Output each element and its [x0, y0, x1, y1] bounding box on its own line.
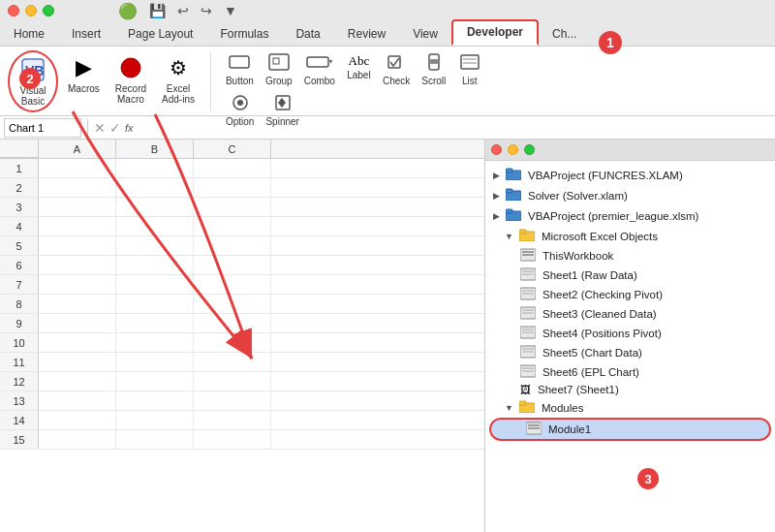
cell-c9[interactable] [194, 314, 271, 332]
table-row[interactable]: 1 [0, 159, 484, 178]
table-row[interactable]: 13 [0, 391, 484, 411]
list-item[interactable]: Sheet2 (Checking Pivot) [485, 285, 775, 304]
cell-c6[interactable] [194, 256, 271, 274]
tab-home[interactable]: Home [0, 23, 58, 46]
list-item[interactable]: ▼ Modules [485, 397, 775, 418]
cell-c7[interactable] [194, 275, 271, 294]
cell-b6[interactable] [116, 256, 194, 274]
cell-a2[interactable] [39, 178, 116, 197]
combo-control[interactable]: Combo [299, 50, 340, 89]
cell-c13[interactable] [194, 391, 271, 410]
tab-view[interactable]: View [399, 23, 451, 46]
cell-b12[interactable] [116, 372, 194, 391]
cell-c3[interactable] [194, 198, 271, 216]
cell-c12[interactable] [194, 372, 271, 391]
cell-b10[interactable] [116, 333, 194, 352]
table-row[interactable]: 12 [0, 372, 484, 391]
macros-button[interactable]: ▶ Macros [62, 50, 106, 98]
cell-a4[interactable] [39, 217, 116, 235]
minimize-button[interactable] [25, 5, 37, 16]
scroll-control[interactable]: Scroll [417, 50, 450, 89]
cell-a1[interactable] [39, 159, 116, 177]
list-item[interactable]: 🖼Sheet7 (Sheet1) [485, 382, 775, 397]
table-row[interactable]: 9 [0, 314, 484, 333]
cell-a10[interactable] [39, 333, 116, 352]
insert-function-icon[interactable]: fx [125, 122, 134, 134]
cell-c2[interactable] [194, 178, 271, 197]
tab-page-layout[interactable]: Page Layout [114, 23, 206, 46]
cell-c14[interactable] [194, 411, 271, 429]
cell-b14[interactable] [116, 411, 194, 429]
cell-a5[interactable] [39, 236, 116, 255]
table-row[interactable]: 10 [0, 333, 484, 353]
cell-c10[interactable] [194, 333, 271, 352]
excel-addins-button[interactable]: ⚙ ExcelAdd-ins [156, 50, 201, 109]
cell-b11[interactable] [116, 353, 194, 371]
vba-minimize-button[interactable] [508, 144, 518, 155]
cell-b15[interactable] [116, 430, 194, 449]
cell-b9[interactable] [116, 314, 194, 332]
list-item[interactable]: ▶ VBAProject (premier_league.xlsm) [485, 205, 775, 226]
table-row[interactable]: 14 [0, 411, 484, 430]
tab-review[interactable]: Review [334, 23, 399, 46]
list-control[interactable]: List [452, 50, 486, 89]
cell-a8[interactable] [39, 295, 116, 313]
save-icon[interactable]: 💾 [149, 3, 166, 18]
check-control[interactable]: Check [378, 50, 415, 89]
cell-a13[interactable] [39, 391, 116, 410]
label-control[interactable]: Abc Label [342, 50, 376, 89]
table-row[interactable]: 5 [0, 236, 484, 256]
table-row[interactable]: 11 [0, 353, 484, 372]
cell-a9[interactable] [39, 314, 116, 332]
tab-data[interactable]: Data [282, 23, 333, 46]
cell-a7[interactable] [39, 275, 116, 294]
list-item[interactable]: ThisWorkbook [485, 246, 775, 266]
close-button[interactable] [8, 5, 19, 16]
cell-a6[interactable] [39, 256, 116, 274]
cell-b7[interactable] [116, 275, 194, 294]
maximize-button[interactable] [43, 5, 54, 16]
list-item[interactable]: Module1 [489, 418, 771, 441]
cell-b8[interactable] [116, 295, 194, 313]
cell-c4[interactable] [194, 217, 271, 235]
cell-b13[interactable] [116, 391, 194, 410]
tab-developer[interactable]: Developer [451, 19, 539, 46]
tab-insert[interactable]: Insert [58, 23, 114, 46]
cancel-formula-icon[interactable]: ✕ [94, 120, 106, 136]
list-item[interactable]: Sheet5 (Chart Data) [485, 343, 775, 362]
table-row[interactable]: 3 [0, 198, 484, 217]
cell-a11[interactable] [39, 353, 116, 371]
list-item[interactable]: Sheet3 (Cleaned Data) [485, 304, 775, 324]
list-item[interactable]: Sheet4 (Positions Pivot) [485, 324, 775, 343]
list-item[interactable]: Sheet1 (Raw Data) [485, 266, 775, 285]
confirm-formula-icon[interactable]: ✓ [109, 120, 121, 136]
undo-icon[interactable]: ↩ [177, 3, 189, 18]
table-row[interactable]: 8 [0, 295, 484, 314]
button-control[interactable]: Button [221, 50, 259, 89]
cell-c11[interactable] [194, 353, 271, 371]
more-icon[interactable]: ▼ [224, 3, 237, 18]
cell-b4[interactable] [116, 217, 194, 235]
vba-maximize-button[interactable] [524, 144, 535, 155]
cell-c1[interactable] [194, 159, 271, 177]
cell-b5[interactable] [116, 236, 194, 255]
list-item[interactable]: ▼ Microsoft Excel Objects [485, 226, 775, 246]
cell-a14[interactable] [39, 411, 116, 429]
cell-a12[interactable] [39, 372, 116, 391]
cell-b3[interactable] [116, 198, 194, 216]
tab-ch[interactable]: Ch... [539, 23, 590, 46]
cell-a15[interactable] [39, 430, 116, 449]
list-item[interactable]: Sheet6 (EPL Chart) [485, 362, 775, 382]
group-control[interactable]: Group [261, 50, 297, 89]
list-item[interactable]: ▶ VBAProject (FUNCRES.XLAM) [485, 165, 775, 185]
redo-icon[interactable]: ↪ [201, 3, 212, 18]
cell-c15[interactable] [194, 430, 271, 449]
cell-b1[interactable] [116, 159, 194, 177]
cell-b2[interactable] [116, 178, 194, 197]
tab-formulas[interactable]: Formulas [206, 23, 282, 46]
table-row[interactable]: 6 [0, 256, 484, 275]
name-box[interactable]: Chart 1 [4, 118, 81, 138]
vba-close-button[interactable] [491, 144, 502, 155]
cell-c5[interactable] [194, 236, 271, 255]
list-item[interactable]: ▶ Solver (Solver.xlam) [485, 185, 775, 205]
